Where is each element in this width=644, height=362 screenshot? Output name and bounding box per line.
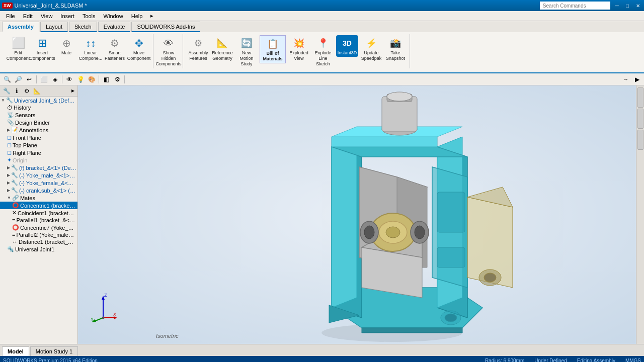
menu-insert[interactable]: Insert xyxy=(56,12,78,20)
tab-layout[interactable]: Layout xyxy=(40,22,68,32)
feature-manager-btn[interactable]: 🔧 xyxy=(2,86,11,96)
svg-text:X: X xyxy=(113,312,116,317)
tree-item-front-plane[interactable]: ◻ Front Plane xyxy=(0,134,77,141)
tree-item-bracket[interactable]: ▶ 🔧 (f) bracket_&<1> (Default< xyxy=(0,164,77,171)
tree-item-coincident1[interactable]: ✕ Coincident1 (bracket_&< xyxy=(0,209,77,217)
separator-2 xyxy=(62,75,62,83)
tree-label-design-binder: Design Binder xyxy=(15,120,50,126)
property-manager-btn[interactable]: ℹ xyxy=(12,86,21,96)
mate-button[interactable]: ⊕ Mate xyxy=(55,35,77,57)
tree-item-root[interactable]: ▼ 🔧 Universal Joint_& (Default<De xyxy=(0,97,77,104)
tree-item-sensors[interactable]: 📡 Sensors xyxy=(0,111,77,119)
menu-edit[interactable]: Edit xyxy=(19,12,37,20)
view-orientation-button[interactable]: ⬜ xyxy=(39,74,49,84)
menu-file[interactable]: File xyxy=(2,12,19,20)
tree-item-annotations[interactable]: ▶ 📝 Annotations xyxy=(0,126,77,134)
edit-component-button[interactable]: ⬜ EditComponent xyxy=(7,35,29,62)
tree-item-design-binder[interactable]: 📎 Design Binder xyxy=(0,119,77,126)
tree-item-yoke-female[interactable]: ▶ 🔧 (-) Yoke_female_&<1> (Det xyxy=(0,179,77,187)
edit-mode-status: Editing Assembly xyxy=(577,358,615,363)
sidebar-expand-btn[interactable]: ▶ xyxy=(70,88,75,93)
section-view-button[interactable]: ◧ xyxy=(101,74,111,84)
settings-button[interactable]: ⚙ xyxy=(112,74,122,84)
zoom-area-button[interactable]: 🔎 xyxy=(13,74,23,84)
display-style-button[interactable]: ◈ xyxy=(50,74,60,84)
search-commands-input[interactable] xyxy=(540,2,610,10)
tab-assembly[interactable]: Assembly xyxy=(2,22,39,32)
insert-components-button[interactable]: ⊞ InsertComponents xyxy=(31,35,53,62)
collapse-button[interactable]: ↔ xyxy=(621,74,631,84)
tree-item-history[interactable]: ⏱ History xyxy=(0,104,77,111)
explode-line-sketch-button[interactable]: 📍 ExplodeLineSketch xyxy=(312,35,334,67)
more-tools-button[interactable]: ▶ xyxy=(632,74,642,84)
appearance-button[interactable]: 🎨 xyxy=(87,74,97,84)
right-panel-btn-3[interactable] xyxy=(637,130,643,150)
zoom-fit-button[interactable]: 🔍 xyxy=(2,74,12,84)
bill-of-materials-button[interactable]: 📋 Bill ofMaterials xyxy=(260,35,286,63)
radius-status: Radius: 6.900mm xyxy=(485,358,524,363)
motion-study-tab[interactable]: Motion Study 1 xyxy=(30,346,78,356)
svg-point-27 xyxy=(102,317,105,319)
smart-fasteners-icon: ⚙ xyxy=(108,36,122,50)
tree-item-distance1[interactable]: ↔ Distance1 (bracket_&<1 xyxy=(0,238,77,245)
tree-icon-design-binder: 📎 xyxy=(7,119,14,126)
lighting-button[interactable]: 💡 xyxy=(75,74,86,84)
tree-item-parallel1[interactable]: = Parallel1 (bracket_&<1>, xyxy=(0,217,77,224)
tree-item-crank[interactable]: ▶ 🔧 (-) crank.sub_&<1> (Default xyxy=(0,187,77,194)
menu-tools[interactable]: Tools xyxy=(78,12,100,20)
tree-item-mates[interactable]: ▼ 🔗 Mates xyxy=(0,194,77,202)
move-component-button[interactable]: ✥ MoveComponent xyxy=(128,35,150,62)
tab-solidworks-addins[interactable]: SOLIDWORKS Add-Ins xyxy=(131,22,200,32)
config-manager-btn[interactable]: ⚙ xyxy=(22,86,31,96)
right-panel-btn-2[interactable] xyxy=(637,109,643,129)
take-snapshot-button[interactable]: 📸 TakeSnapshot xyxy=(384,35,407,62)
tree-item-right-plane[interactable]: ◻ Right Plane xyxy=(0,149,77,156)
update-speedpak-label: UpdateSpeedpak xyxy=(361,50,382,61)
status-bar: SOLIDWORKS Premium 2015 x64 Edition Radi… xyxy=(0,356,644,362)
tree-icon-crank: 🔧 xyxy=(11,187,18,194)
smart-fasteners-button[interactable]: ⚙ SmartFasteners xyxy=(104,35,126,62)
reference-geometry-button[interactable]: 📐 ReferenceGeometry xyxy=(211,35,233,62)
tree-item-yoke-male[interactable]: ▶ 🔧 (-) Yoke_male_&<1> (Defau xyxy=(0,171,77,179)
tree-label-concentric7: Concentric7 (Yoke_male_ xyxy=(20,225,76,231)
explode-line-sketch-label: ExplodeLineSketch xyxy=(315,50,332,66)
linear-component-button[interactable]: ↕↕ LinearCompone... xyxy=(79,35,102,62)
menu-view[interactable]: View xyxy=(37,12,57,20)
dim-expert-btn[interactable]: 📐 xyxy=(32,86,41,96)
tree-label-concentric1: Concentric1 (bracket_&< xyxy=(20,203,76,209)
menu-help[interactable]: Help xyxy=(127,12,147,20)
hide-show-button[interactable]: 👁 xyxy=(64,74,74,84)
show-hidden-components-button[interactable]: 👁 ShowHiddenComponents xyxy=(157,35,180,67)
tree-arrow-crank: ▶ xyxy=(7,188,10,193)
tree-item-parallel2[interactable]: = Parallel2 (Yoke_male_&< xyxy=(0,231,77,238)
close-button[interactable]: ✕ xyxy=(634,3,642,9)
instant3d-button[interactable]: 3D Instant3D xyxy=(336,35,358,57)
rotate-button[interactable]: ↩ xyxy=(24,74,34,84)
update-speedpak-button[interactable]: ⚡ UpdateSpeedpak xyxy=(360,35,382,62)
tree-arrow-yoke-male: ▶ xyxy=(7,173,10,177)
tree-icon-front-plane: ◻ xyxy=(7,134,12,141)
right-panel-btn-1[interactable] xyxy=(637,87,643,108)
tree-item-concentric1[interactable]: ⭕ Concentric1 (bracket_&< xyxy=(0,202,77,209)
tree-item-universal-joint1[interactable]: 🔩 Universal Joint1 xyxy=(0,245,77,253)
tab-evaluate[interactable]: Evaluate xyxy=(98,22,131,32)
menu-more[interactable]: ▸ xyxy=(146,12,157,20)
assembly-features-icon: ⚙ xyxy=(191,36,205,50)
tree-item-origin[interactable]: ✦ Origin xyxy=(0,156,77,164)
new-motion-study-button[interactable]: 🔄 NewMotionStudy xyxy=(235,35,258,67)
3d-viewport[interactable]: Z X Y Isometric xyxy=(78,85,644,344)
assembly-features-button[interactable]: ⚙ AssemblyFeatures xyxy=(187,35,209,62)
tab-sketch[interactable]: Sketch xyxy=(69,22,97,32)
tree-label-sensors: Sensors xyxy=(15,112,35,118)
show-hidden-label: ShowHiddenComponents xyxy=(155,50,181,66)
tree-label-parallel2: Parallel2 (Yoke_male_&< xyxy=(16,232,76,238)
mate-icon: ⊕ xyxy=(59,36,73,50)
exploded-view-button[interactable]: 💥 ExplodedView xyxy=(288,35,310,62)
menu-window[interactable]: Window xyxy=(100,12,127,20)
tree-item-concentric7[interactable]: ⭕ Concentric7 (Yoke_male_ xyxy=(0,224,77,231)
tree-item-top-plane[interactable]: ◻ Top Plane xyxy=(0,141,77,149)
minimize-button[interactable]: ─ xyxy=(613,3,621,9)
instant3d-label: Instant3D xyxy=(338,50,357,56)
model-tab[interactable]: Model xyxy=(2,346,29,356)
maximize-button[interactable]: □ xyxy=(624,3,631,9)
